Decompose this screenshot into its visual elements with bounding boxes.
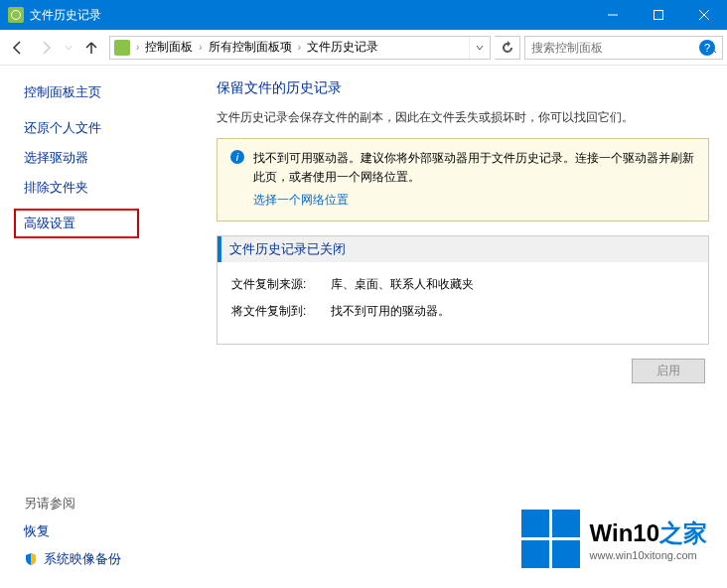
status-value: 库、桌面、联系人和收藏夹: [331, 276, 474, 293]
refresh-button[interactable]: [495, 36, 520, 60]
status-title: 文件历史记录已关闭: [218, 236, 708, 262]
search-box[interactable]: [524, 36, 723, 60]
sidebar-item-select-drive[interactable]: 选择驱动器: [24, 149, 189, 167]
shield-icon: [24, 552, 38, 566]
nav-up-button[interactable]: [77, 34, 105, 62]
info-icon: i: [229, 149, 245, 165]
watermark-url: www.win10xitong.com: [590, 549, 707, 561]
app-icon: [8, 7, 24, 23]
maximize-button[interactable]: [636, 0, 681, 30]
status-label: 文件复制来源:: [231, 276, 331, 293]
chevron-right-icon[interactable]: ›: [134, 42, 141, 53]
chevron-right-icon[interactable]: ›: [296, 42, 303, 53]
window-title: 文件历史记录: [30, 7, 590, 24]
breadcrumb-item[interactable]: 文件历史记录: [303, 39, 382, 56]
watermark: Win10之家 www.win10xitong.com: [521, 510, 707, 568]
close-button[interactable]: [681, 0, 727, 30]
nav-back-button[interactable]: [4, 34, 32, 62]
sidebar-item-exclude[interactable]: 排除文件夹: [24, 179, 189, 197]
sidebar-item-advanced[interactable]: 高级设置: [14, 209, 139, 238]
nav-forward-button[interactable]: [32, 34, 60, 62]
svg-rect-1: [654, 11, 663, 20]
breadcrumb-dropdown[interactable]: [469, 37, 490, 59]
info-message: 找不到可用驱动器。建议你将外部驱动器用于文件历史记录。连接一个驱动器并刷新此页，…: [253, 151, 694, 184]
sidebar-home-link[interactable]: 控制面板主页: [24, 83, 189, 101]
info-link[interactable]: 选择一个网络位置: [253, 191, 349, 210]
minimize-button[interactable]: [590, 0, 636, 30]
page-description: 文件历史记录会保存文件的副本，因此在文件丢失或损坏时，你可以找回它们。: [217, 109, 709, 126]
page-heading: 保留文件的历史记录: [217, 79, 709, 97]
status-value: 找不到可用的驱动器。: [331, 303, 450, 320]
chevron-right-icon[interactable]: ›: [197, 42, 204, 53]
breadcrumb-item[interactable]: 所有控制面板项: [205, 39, 296, 56]
status-label: 将文件复制到:: [231, 303, 331, 320]
sidebar-footer-header: 另请参阅: [24, 495, 189, 513]
status-row: 文件复制来源: 库、桌面、联系人和收藏夹: [231, 276, 694, 293]
enable-button[interactable]: 启用: [632, 359, 705, 383]
help-icon[interactable]: ?: [699, 40, 715, 56]
nav-recent-button[interactable]: [60, 34, 77, 62]
sidebar-footer-recovery[interactable]: 恢复: [24, 522, 189, 540]
info-box: i 找不到可用驱动器。建议你将外部驱动器用于文件历史记录。连接一个驱动器并刷新此…: [217, 138, 709, 221]
sidebar-footer-image-backup[interactable]: 系统映像备份: [24, 550, 189, 568]
windows-logo-icon: [521, 510, 580, 568]
breadcrumb[interactable]: › 控制面板 › 所有控制面板项 › 文件历史记录: [109, 36, 491, 60]
status-box: 文件历史记录已关闭 文件复制来源: 库、桌面、联系人和收藏夹 将文件复制到: 找…: [217, 235, 709, 345]
control-panel-icon: [114, 40, 130, 56]
status-row: 将文件复制到: 找不到可用的驱动器。: [231, 303, 694, 320]
sidebar-item-restore[interactable]: 还原个人文件: [24, 119, 189, 137]
search-input[interactable]: [525, 41, 698, 55]
breadcrumb-item[interactable]: 控制面板: [141, 39, 197, 56]
